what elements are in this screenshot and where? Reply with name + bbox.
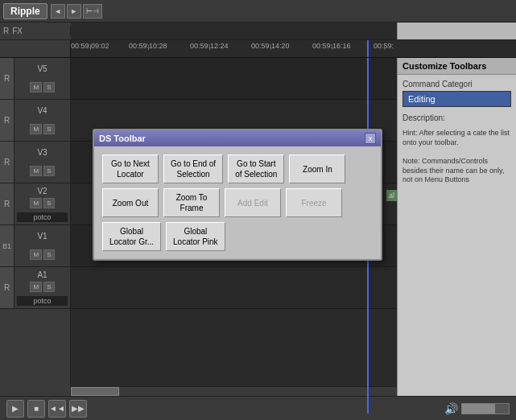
track-info-a1: A1 M S potco <box>14 267 70 308</box>
right-panel-title: Customize Toolbars <box>398 58 516 75</box>
track-header-v5: R V5 M S <box>0 58 70 100</box>
track-m-v5[interactable]: M <box>30 82 42 93</box>
track-m-v2[interactable]: M <box>30 198 42 208</box>
ds-toolbar-titlebar: DS Toolbar x <box>94 130 381 146</box>
ds-toolbar-close-button[interactable]: x <box>365 133 376 144</box>
volume-slider-fill <box>462 404 495 414</box>
volume-icon: 🔊 <box>444 402 458 415</box>
r-label: R <box>3 27 9 35</box>
track-mutes-v5: M S <box>17 82 68 93</box>
freeze-btn[interactable]: Freeze <box>286 188 342 217</box>
track-label-v2: V2 <box>17 187 68 196</box>
track-r-v5[interactable]: R <box>0 58 14 99</box>
track-r-a1[interactable]: R <box>0 267 14 308</box>
prev-button[interactable]: ◄ <box>51 4 65 19</box>
track-s-v5[interactable]: S <box>43 82 54 93</box>
track-info-v1: V1 M S <box>14 225 70 266</box>
track-mutes-v2: M S <box>17 198 68 208</box>
track-s-v2[interactable]: S <box>43 198 54 208</box>
go-end-selection-btn[interactable]: Go to End ofSelection <box>163 154 223 183</box>
volume-area: 🔊 <box>444 402 510 415</box>
ruler-mark-3: 00:59:14:20 <box>251 42 290 50</box>
track-r-v4[interactable]: R <box>0 100 14 141</box>
fx-header-left: R FX <box>0 27 71 35</box>
description-label: Description: <box>402 113 511 122</box>
right-panel-content: Command Categori Editing Description: Hi… <box>398 75 516 414</box>
track-mutes-v4: M S <box>17 124 68 134</box>
volume-slider[interactable] <box>461 403 510 414</box>
go-start-selection-btn[interactable]: Go to Startof Selection <box>228 154 284 183</box>
track-mutes-a1: M S <box>17 282 68 292</box>
track-label-v5: V5 <box>17 64 68 73</box>
track-s-v1[interactable]: S <box>43 249 54 260</box>
ds-toolbar-dialog: DS Toolbar x Go to NextLocator Go to End… <box>93 129 382 261</box>
forward-button[interactable]: ▶▶ <box>69 400 87 418</box>
track-header-v3: R V3 M S <box>0 142 70 183</box>
track-m-v3[interactable]: M <box>30 166 42 176</box>
track-m-a1[interactable]: M <box>30 282 42 292</box>
track-headers: R V5 M S R V4 M S R V3 <box>0 58 71 414</box>
ripple-button[interactable]: Ripple <box>3 3 47 19</box>
ruler-mark-1: 00:59:10:28 <box>129 42 167 50</box>
next-button[interactable]: ► <box>67 4 81 19</box>
bottom-bar: ▶ ■ ◄◄ ▶▶ 🔊 <box>0 396 516 420</box>
global-locator-gr-btn[interactable]: GlobalLocator Gr... <box>102 222 161 251</box>
ruler-mark-0: 00:59:09:02 <box>71 42 109 50</box>
track-label-v1: V1 <box>17 232 68 241</box>
track-r-v2[interactable]: R <box>0 183 14 224</box>
fx-header: R FX <box>0 23 516 40</box>
track-info-v3: V3 M S <box>14 142 70 183</box>
fx-header-track <box>71 23 397 39</box>
zoom-out-btn[interactable]: Zoom Out <box>102 188 159 217</box>
track-scrollbar-thumb[interactable] <box>71 387 119 396</box>
zoom-in-btn[interactable]: Zoom In <box>289 154 345 183</box>
ruler-left-space <box>0 40 71 57</box>
track-m-v1[interactable]: M <box>30 249 42 260</box>
track-label-v4: V4 <box>17 106 68 115</box>
track-mutes-v1: M S <box>17 249 68 260</box>
track-scrollbar[interactable] <box>71 386 397 396</box>
pair-button[interactable]: ⊢⊣ <box>83 4 102 19</box>
track-info-v5: V5 M S <box>14 58 70 99</box>
track-lane-a1 <box>71 267 397 309</box>
top-toolbar: Ripple ◄ ► ⊢⊣ <box>0 0 516 23</box>
track-s-a1[interactable]: S <box>43 282 54 292</box>
go-next-locator-btn[interactable]: Go to NextLocator <box>102 154 159 183</box>
track-r-v3[interactable]: R <box>0 142 14 183</box>
track-header-v4: R V4 M S <box>0 100 70 142</box>
track-s-v3[interactable]: S <box>43 166 54 176</box>
editing-dropdown[interactable]: Editing <box>402 91 511 107</box>
track-mutes-v3: M S <box>17 166 68 176</box>
add-edit-btn[interactable]: Add Edit <box>225 188 281 217</box>
play-button[interactable]: ▶ <box>6 400 24 418</box>
track-info-v2: V2 M S potco <box>14 183 70 224</box>
stop-button[interactable]: ■ <box>27 400 45 418</box>
track-name-v2: potco <box>17 212 68 222</box>
hint-text: Hint: After selecting a cate the list on… <box>402 129 511 185</box>
track-label-v3: V3 <box>17 148 68 157</box>
right-panel: Customize Toolbars Command Categori Edit… <box>397 58 516 414</box>
v2-end-marker: al <box>386 190 397 201</box>
command-category-label: Command Categori <box>402 80 511 89</box>
ds-toolbar-body: Go to NextLocator Go to End ofSelection … <box>94 146 381 259</box>
ruler-marks[interactable]: 00:59:09:02 00:59:10:28 00:59:12:24 00:5… <box>71 40 516 57</box>
ruler-mark-4: 00:59:16:16 <box>312 42 351 50</box>
zoom-to-frame-btn[interactable]: Zoom ToFrame <box>163 188 220 217</box>
track-info-v4: V4 M S <box>14 100 70 141</box>
track-m-v4[interactable]: M <box>30 124 42 134</box>
track-header-a1: R A1 M S potco <box>0 267 70 309</box>
track-r-v1[interactable]: B1 <box>0 225 14 266</box>
playhead <box>367 40 369 57</box>
track-header-v2: R V2 M S potco <box>0 183 70 225</box>
track-label-a1: A1 <box>17 270 68 279</box>
ds-toolbar-title: DS Toolbar <box>99 134 146 143</box>
transport-icons: ◄ ► ⊢⊣ <box>51 4 102 19</box>
track-name-a1: potco <box>17 296 68 306</box>
global-locator-pink-btn[interactable]: GlobalLocator Pink <box>166 222 225 251</box>
track-s-v4[interactable]: S <box>43 124 54 134</box>
fx-label: FX <box>12 27 23 35</box>
ruler-mark-2: 00:59:12:24 <box>190 42 229 50</box>
track-header-v1: B1 V1 M S <box>0 225 70 267</box>
rewind-button[interactable]: ◄◄ <box>48 400 66 418</box>
timeline-ruler: 00:59:09:02 00:59:10:28 00:59:12:24 00:5… <box>0 40 516 58</box>
